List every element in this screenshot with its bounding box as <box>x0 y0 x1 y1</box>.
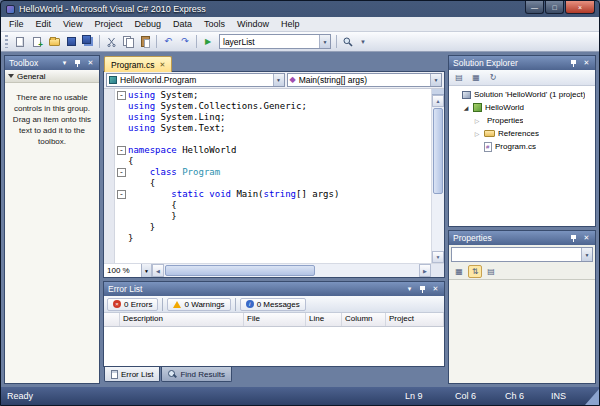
scroll-track[interactable] <box>316 264 419 277</box>
column-header-line[interactable]: Line <box>306 313 342 326</box>
pin-icon[interactable] <box>72 58 83 69</box>
expander-icon[interactable]: ▷ <box>473 117 481 125</box>
copy-button[interactable] <box>120 34 136 50</box>
scroll-up-button[interactable]: ▲ <box>432 95 444 107</box>
save-button[interactable] <box>63 34 79 50</box>
tab-close-icon[interactable]: ✕ <box>159 61 165 69</box>
menu-item-tools[interactable]: Tools <box>198 18 231 30</box>
save-all-button[interactable] <box>80 34 96 50</box>
fold-toggle-icon[interactable]: - <box>117 146 126 155</box>
code-token: System.Text; <box>155 123 225 133</box>
add-new-item-button[interactable] <box>29 34 45 50</box>
show-all-files-button[interactable]: ▦ <box>469 71 483 84</box>
tab-program-cs[interactable]: Program.cs ✕ <box>104 56 172 72</box>
title-bar[interactable]: HelloWorld - Microsoft Visual C# 2010 Ex… <box>1 1 599 17</box>
chevron-down-icon[interactable]: ▼ <box>581 248 592 261</box>
pin-icon[interactable] <box>568 58 579 69</box>
refresh-button[interactable]: ↻ <box>486 71 500 84</box>
vertical-scroll-thumb[interactable] <box>433 108 443 194</box>
property-pages-button[interactable]: ▤ <box>484 265 498 278</box>
menu-item-data[interactable]: Data <box>167 18 198 30</box>
zoom-combo[interactable]: 100 % ▼ <box>104 264 152 277</box>
new-project-button[interactable] <box>12 34 28 50</box>
bottom-tab-error-list[interactable]: Error List <box>104 367 160 382</box>
type-navigation-combo[interactable]: HelloWorld.Program ▼ <box>106 73 285 87</box>
cut-button[interactable] <box>103 34 119 50</box>
maximize-button[interactable]: □ <box>545 1 564 14</box>
close-icon[interactable]: ✕ <box>581 233 592 244</box>
close-icon[interactable]: ✕ <box>581 58 592 69</box>
bottom-tab-find-results[interactable]: Find Results <box>161 367 231 382</box>
undo-button[interactable]: ↶ <box>160 34 176 50</box>
column-header-file[interactable]: File <box>244 313 306 326</box>
resize-grip[interactable] <box>585 389 599 405</box>
expander-icon[interactable]: ▷ <box>473 130 481 138</box>
scroll-track[interactable] <box>432 195 444 251</box>
minimize-button[interactable]: — <box>525 1 544 14</box>
tree-item-solution-helloworld-1-project[interactable]: Solution 'HelloWorld' (1 project) <box>449 88 595 101</box>
close-icon[interactable]: ✕ <box>430 284 441 295</box>
filter-errors-button[interactable]: 0 Errors <box>107 298 158 311</box>
toolbar-overflow-button[interactable]: ▼ <box>357 39 369 45</box>
chevron-down-icon[interactable]: ▼ <box>430 74 441 86</box>
member-navigation-combo[interactable]: ◆ Main(string[] args) ▼ <box>287 73 442 87</box>
chevron-down-icon[interactable]: ▼ <box>273 74 284 86</box>
chevron-down-icon[interactable]: ▼ <box>141 264 151 277</box>
toolbox-title-bar[interactable]: Toolbox ▾ ✕ <box>5 56 99 70</box>
scroll-down-button[interactable]: ▼ <box>432 251 444 263</box>
fold-toggle-icon[interactable]: - <box>117 168 126 177</box>
pin-icon[interactable] <box>417 284 428 295</box>
paste-button[interactable] <box>137 34 153 50</box>
window-position-icon[interactable]: ▾ <box>59 58 70 69</box>
column-header-description[interactable]: Description <box>120 313 244 326</box>
open-file-button[interactable] <box>46 34 62 50</box>
toolbox-group-general[interactable]: General <box>5 70 99 83</box>
column-header-column[interactable]: Column <box>342 313 386 326</box>
fold-toggle-icon[interactable]: - <box>117 91 126 100</box>
properties-object-combo[interactable]: ▼ <box>451 247 593 262</box>
column-header-project[interactable]: Project <box>386 313 444 326</box>
properties-title-bar[interactable]: Properties ✕ <box>449 231 595 245</box>
pin-icon[interactable] <box>568 233 579 244</box>
target-combo[interactable]: layerList ▼ <box>219 34 331 49</box>
start-debugging-button[interactable]: ▶ <box>200 34 216 50</box>
indicator-margin[interactable] <box>104 89 115 263</box>
menu-item-view[interactable]: View <box>57 18 88 30</box>
window-position-icon[interactable]: ▾ <box>404 284 415 295</box>
close-icon[interactable]: ✕ <box>85 58 96 69</box>
menu-item-edit[interactable]: Edit <box>30 18 58 30</box>
menu-item-file[interactable]: File <box>3 18 30 30</box>
categorized-button[interactable]: ▦ <box>452 265 466 278</box>
code-lines[interactable]: -using System;using System.Collections.G… <box>115 89 431 263</box>
toolbar-grip[interactable] <box>5 35 8 48</box>
filter-warnings-button[interactable]: 0 Warnings <box>167 298 230 311</box>
error-list-body[interactable] <box>104 327 444 366</box>
column-header-icon[interactable] <box>104 313 120 326</box>
menu-item-help[interactable]: Help <box>275 18 306 30</box>
properties-grid[interactable] <box>449 280 595 383</box>
tree-item-properties[interactable]: ▷Properties <box>449 114 595 127</box>
error-list-title-bar[interactable]: Error List ▾ ✕ <box>104 282 444 296</box>
tree-item-references[interactable]: ▷References <box>449 127 595 140</box>
code-token: } <box>128 211 177 221</box>
horizontal-scroll-thumb[interactable] <box>165 265 315 276</box>
scroll-left-button[interactable]: ◀ <box>152 264 164 277</box>
redo-button[interactable]: ↷ <box>177 34 193 50</box>
tree-item-program-cs[interactable]: Program.cs <box>449 140 595 153</box>
chevron-down-icon[interactable]: ▼ <box>319 35 330 48</box>
menu-item-debug[interactable]: Debug <box>128 18 167 30</box>
menu-item-project[interactable]: Project <box>88 18 128 30</box>
properties-window-button[interactable]: ▤ <box>452 71 466 84</box>
fold-margin: - <box>115 146 128 155</box>
close-button[interactable]: × <box>565 1 595 14</box>
fold-toggle-icon[interactable]: - <box>117 190 126 199</box>
filter-messages-button[interactable]: 0 Messages <box>240 298 306 311</box>
find-button[interactable] <box>340 34 356 50</box>
solution-explorer-title-bar[interactable]: Solution Explorer ✕ <box>449 56 595 70</box>
menu-item-window[interactable]: Window <box>231 18 275 30</box>
expander-icon[interactable]: ◢ <box>462 104 470 112</box>
tree-item-helloworld[interactable]: ◢HelloWorld <box>449 101 595 114</box>
vertical-scrollbar[interactable]: ▲ ▼ <box>431 89 444 263</box>
scroll-right-button[interactable]: ▶ <box>419 264 431 277</box>
alphabetical-button[interactable]: ⇅ <box>468 265 482 278</box>
